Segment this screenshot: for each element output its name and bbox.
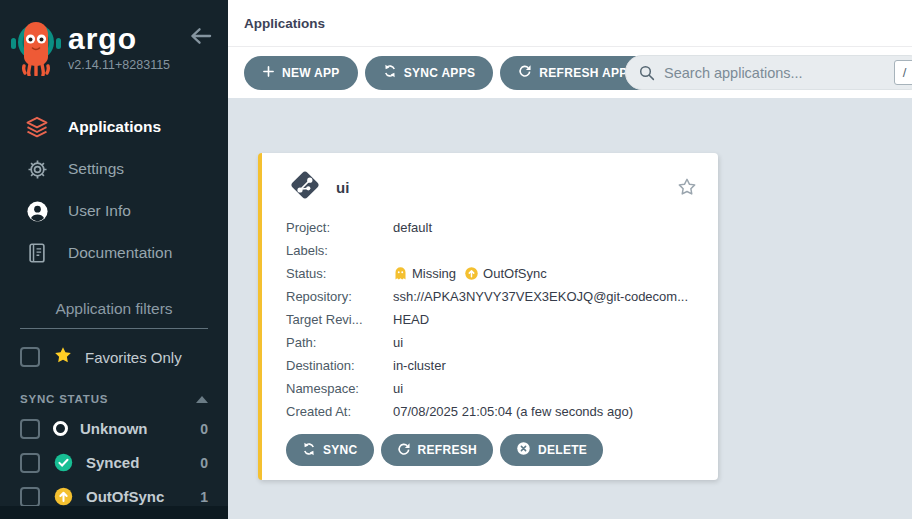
slash-shortcut-key: / xyxy=(894,60,912,85)
sidebar-item-label: Documentation xyxy=(68,244,172,262)
main-area: Applications NEW APP SYNC APPS xyxy=(228,0,912,519)
application-name: ui xyxy=(336,179,349,196)
row-value: in-cluster xyxy=(393,358,698,373)
row-value: 07/08/2025 21:05:04 (a few seconds ago) xyxy=(393,404,698,419)
book-icon xyxy=(24,242,50,264)
applications-list: ui Project: default Labels: Status: xyxy=(228,98,912,519)
row-label: Target Revi... xyxy=(286,312,393,327)
application-card-ui[interactable]: ui Project: default Labels: Status: xyxy=(258,153,718,480)
application-diamond-icon xyxy=(286,166,324,208)
sidebar-item-documentation[interactable]: Documentation xyxy=(0,232,228,274)
favorite-star-outline-icon[interactable] xyxy=(676,176,698,198)
synced-checkbox[interactable] xyxy=(20,453,40,473)
filter-row-synced[interactable]: Synced 0 xyxy=(20,452,208,473)
brand-wordmark: argo xyxy=(68,24,170,54)
row-value: ui xyxy=(393,335,698,350)
filter-count: 0 xyxy=(200,421,208,437)
sync-status-text[interactable]: OutOfSync xyxy=(483,266,547,281)
refresh-icon xyxy=(518,64,532,81)
row-label: Repository: xyxy=(286,289,393,304)
row-label: Destination: xyxy=(286,358,393,373)
filter-row-outofsync[interactable]: OutOfSync 1 xyxy=(20,486,208,507)
row-label: Project: xyxy=(286,220,393,235)
button-label: REFRESH xyxy=(418,443,477,457)
search-input[interactable] xyxy=(664,65,894,81)
sidebar-nav: Applications Settings xyxy=(0,106,228,274)
refresh-button[interactable]: REFRESH xyxy=(381,434,493,466)
layers-icon xyxy=(24,115,50,139)
unknown-checkbox[interactable] xyxy=(20,419,40,439)
sidebar-item-settings[interactable]: Settings xyxy=(0,148,228,190)
sync-button[interactable]: SYNC xyxy=(286,434,374,466)
unknown-ring-icon xyxy=(53,421,68,436)
row-value: ui xyxy=(393,381,698,396)
sidebar-item-label: Settings xyxy=(68,160,124,178)
sidebar-item-user-info[interactable]: User Info xyxy=(0,190,228,232)
user-icon xyxy=(24,200,50,223)
row-namespace: Namespace: ui xyxy=(286,377,698,400)
filter-row-unknown[interactable]: Unknown 0 xyxy=(20,418,208,439)
row-label: Path: xyxy=(286,335,393,350)
sync-status-section-header: SYNC STATUS xyxy=(20,393,208,405)
delete-button[interactable]: DELETE xyxy=(500,434,603,466)
row-repository: Repository: ssh://APKA3NYVY37VEX3EKOJQ@g… xyxy=(286,285,698,308)
health-status-text[interactable]: Missing xyxy=(412,266,456,281)
card-action-buttons: SYNC REFRESH xyxy=(286,434,698,466)
plus-icon xyxy=(262,65,275,81)
filter-label: Synced xyxy=(86,454,139,471)
sync-status-title: SYNC STATUS xyxy=(20,393,108,405)
sidebar-bottom-strip xyxy=(0,506,228,519)
logo-row: argo v2.14.11+8283115 xyxy=(0,0,228,80)
row-value: Missing OutOfSync xyxy=(393,266,698,281)
filter-count: 0 xyxy=(200,455,208,471)
row-path: Path: ui xyxy=(286,331,698,354)
outofsync-checkbox[interactable] xyxy=(20,487,40,507)
favorites-only-filter[interactable]: Favorites Only xyxy=(20,345,208,369)
sync-apps-button[interactable]: SYNC APPS xyxy=(365,56,494,90)
button-label: SYNC xyxy=(323,443,358,457)
filter-count: 1 xyxy=(200,489,208,505)
row-label: Namespace: xyxy=(286,381,393,396)
favorite-star-icon xyxy=(53,345,73,369)
card-header: ui xyxy=(286,166,698,208)
search-box: / xyxy=(625,55,912,90)
outofsync-arrow-icon xyxy=(53,486,74,507)
button-label: REFRESH APPS xyxy=(539,66,636,80)
sync-icon xyxy=(383,64,397,81)
version-label: v2.14.11+8283115 xyxy=(68,58,170,72)
collapse-section-icon[interactable] xyxy=(196,396,208,403)
row-destination: Destination: in-cluster xyxy=(286,354,698,377)
application-filters-title: Application filters xyxy=(20,300,208,329)
refresh-icon xyxy=(397,442,411,459)
row-project: Project: default xyxy=(286,216,698,239)
collapse-sidebar-arrow-icon[interactable] xyxy=(189,26,212,50)
new-app-button[interactable]: NEW APP xyxy=(244,56,358,90)
row-label: Status: xyxy=(286,266,393,281)
row-label: Labels: xyxy=(286,243,393,258)
sync-icon xyxy=(302,442,316,459)
delete-circle-icon xyxy=(516,441,531,459)
button-label: SYNC APPS xyxy=(404,66,476,80)
page-title: Applications xyxy=(244,16,325,31)
row-target-revision: Target Revi... HEAD xyxy=(286,308,698,331)
argo-octopus-logo-icon xyxy=(10,18,62,80)
favorites-checkbox[interactable] xyxy=(20,347,40,367)
brand-block: argo v2.14.11+8283115 xyxy=(68,24,170,72)
top-bar: Applications xyxy=(228,0,912,47)
gear-icon xyxy=(24,158,50,181)
toolbar: NEW APP SYNC APPS REFRESH APPS xyxy=(228,47,912,98)
sidebar-item-label: Applications xyxy=(68,118,161,136)
favorites-only-label: Favorites Only xyxy=(85,349,182,366)
row-created-at: Created At: 07/08/2025 21:05:04 (a few s… xyxy=(286,400,698,423)
sidebar-item-applications[interactable]: Applications xyxy=(0,106,228,148)
filter-label: Unknown xyxy=(80,420,148,437)
missing-ghost-icon xyxy=(393,266,408,281)
button-label: NEW APP xyxy=(282,66,340,80)
card-detail-rows: Project: default Labels: Status: xyxy=(286,216,698,423)
row-label: Created At: xyxy=(286,404,393,419)
outofsync-arrow-icon xyxy=(464,266,479,281)
filter-label: OutOfSync xyxy=(86,488,164,505)
row-value: HEAD xyxy=(393,312,698,327)
sidebar: argo v2.14.11+8283115 Applications xyxy=(0,0,228,519)
button-label: DELETE xyxy=(538,443,587,457)
